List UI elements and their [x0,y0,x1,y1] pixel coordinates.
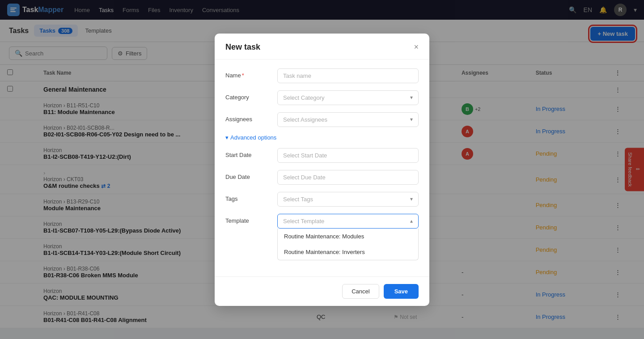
chevron-down-icon: ▾ [410,94,413,101]
category-control: Select Category ▾ [277,90,419,105]
chevron-up-icon: ▴ [410,218,413,224]
category-select[interactable]: Select Category ▾ [277,90,419,105]
new-task-modal: New task × Name Category Select Category… [215,34,429,306]
template-label: Template [225,214,270,224]
start-date-control [277,148,419,163]
chevron-down-icon: ▾ [410,196,413,202]
tags-select[interactable]: Select Tags ▾ [277,192,419,207]
assignees-control: Select Assignees ▾ [277,112,419,127]
category-field-row: Category Select Category ▾ [225,90,419,105]
modal-overlay[interactable]: New task × Name Category Select Category… [0,0,644,328]
modal-body: Name Category Select Category ▾ Assignee… [215,59,429,276]
name-field-row: Name [225,68,419,83]
assignees-select[interactable]: Select Assignees ▾ [277,112,419,127]
assignees-label: Assignees [225,112,270,123]
tags-label: Tags [225,192,270,202]
advanced-section: Start Date Due Date Tags [225,148,419,260]
template-option-inverters[interactable]: Routine Maintenance: Inverters [278,244,418,260]
chevron-down-icon: ▾ [410,116,413,123]
category-label: Category [225,90,270,101]
due-date-input[interactable] [277,170,419,185]
chevron-down-icon: ▾ [225,134,229,141]
name-control [277,68,419,83]
tags-control: Select Tags ▾ [277,192,419,207]
template-field-row: Template Select Template ▴ Routine Maint… [225,214,419,260]
due-date-field-row: Due Date [225,170,419,185]
modal-footer: Cancel Save [215,276,429,306]
name-label: Name [225,68,270,79]
start-date-label: Start Date [225,148,270,158]
start-date-input[interactable] [277,148,419,163]
advanced-options-toggle[interactable]: ▾ Advanced options [225,134,419,141]
template-control: Select Template ▴ Routine Maintenance: M… [277,214,419,260]
template-dropdown: Routine Maintenance: Modules Routine Mai… [277,229,419,260]
template-select[interactable]: Select Template ▴ [277,214,419,229]
start-date-field-row: Start Date [225,148,419,163]
modal-header: New task × [215,34,429,59]
cancel-button[interactable]: Cancel [342,284,379,299]
task-name-input[interactable] [277,68,419,83]
tags-field-row: Tags Select Tags ▾ [225,192,419,207]
assignees-field-row: Assignees Select Assignees ▾ [225,112,419,127]
template-option-modules[interactable]: Routine Maintenance: Modules [278,229,418,244]
due-date-label: Due Date [225,170,270,180]
due-date-control [277,170,419,185]
save-button[interactable]: Save [384,284,419,299]
modal-title: New task [225,42,260,52]
modal-close-button[interactable]: × [414,42,419,52]
